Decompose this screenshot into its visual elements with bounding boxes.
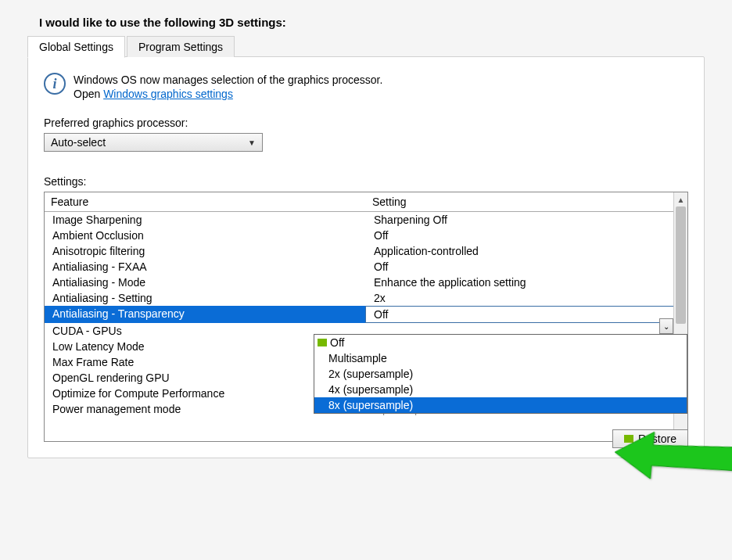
table-row[interactable]: Anisotropic filteringApplication-control… — [45, 243, 687, 259]
table-row[interactable]: Ambient OcclusionOff — [45, 228, 687, 243]
preferred-processor-dropdown[interactable]: Auto-select ▼ — [44, 133, 263, 152]
nvidia-icon — [318, 339, 327, 346]
scroll-up-icon[interactable]: ▲ — [674, 192, 687, 206]
table-row[interactable]: Antialiasing - ModeEnhance the applicati… — [45, 275, 687, 290]
chevron-down-icon: ⌄ — [663, 322, 669, 331]
restore-button[interactable]: Restore — [612, 429, 688, 448]
settings-panel: Global Settings Program Settings i Windo… — [27, 56, 705, 458]
info-row: i Windows OS now manages selection of th… — [44, 73, 688, 101]
dropdown-option-off[interactable]: Off — [314, 335, 687, 350]
scroll-thumb[interactable] — [676, 206, 686, 324]
chevron-down-icon: ▼ — [248, 138, 256, 147]
dropdown-option-4x[interactable]: 4x (supersample) — [314, 382, 687, 397]
settings-label: Settings: — [44, 175, 688, 188]
table-row[interactable]: Antialiasing - Setting2x — [45, 290, 687, 306]
column-feature: Feature — [45, 192, 366, 211]
transparency-dropdown-list: Off Multisample 2x (supersample) 4x (sup… — [314, 334, 687, 414]
settings-table: Feature Setting Image SharpeningSharpeni… — [44, 192, 688, 442]
setting-dropdown-toggle[interactable]: ⌄ — [659, 318, 673, 334]
nvidia-icon — [624, 435, 633, 443]
tabs: Global Settings Program Settings — [27, 36, 236, 57]
dropdown-option-multisample[interactable]: Multisample — [314, 350, 687, 366]
restore-button-label: Restore — [638, 433, 676, 445]
info-line2: Open Windows graphics settings — [74, 87, 382, 101]
table-row[interactable]: Antialiasing - FXAAOff — [45, 259, 687, 275]
table-row-selected[interactable]: Antialiasing - TransparencyOff — [45, 306, 687, 323]
info-line1: Windows OS now manages selection of the … — [74, 73, 382, 87]
tab-global-settings[interactable]: Global Settings — [27, 36, 125, 58]
dropdown-option-8x[interactable]: 8x (supersample) — [314, 397, 687, 413]
info-text: Windows OS now manages selection of the … — [74, 73, 382, 101]
preferred-processor-value: Auto-select — [51, 136, 106, 149]
preferred-processor-label: Preferred graphics processor: — [44, 117, 688, 129]
table-row[interactable]: Image SharpeningSharpening Off — [45, 212, 687, 228]
dropdown-option-2x[interactable]: 2x (supersample) — [314, 366, 687, 382]
page-title: I would like to use the following 3D set… — [39, 16, 712, 29]
tab-program-settings[interactable]: Program Settings — [127, 36, 235, 57]
windows-graphics-settings-link[interactable]: Windows graphics settings — [103, 88, 233, 100]
info-icon: i — [44, 73, 66, 95]
column-setting: Setting — [366, 192, 687, 211]
table-header: Feature Setting — [45, 192, 687, 212]
